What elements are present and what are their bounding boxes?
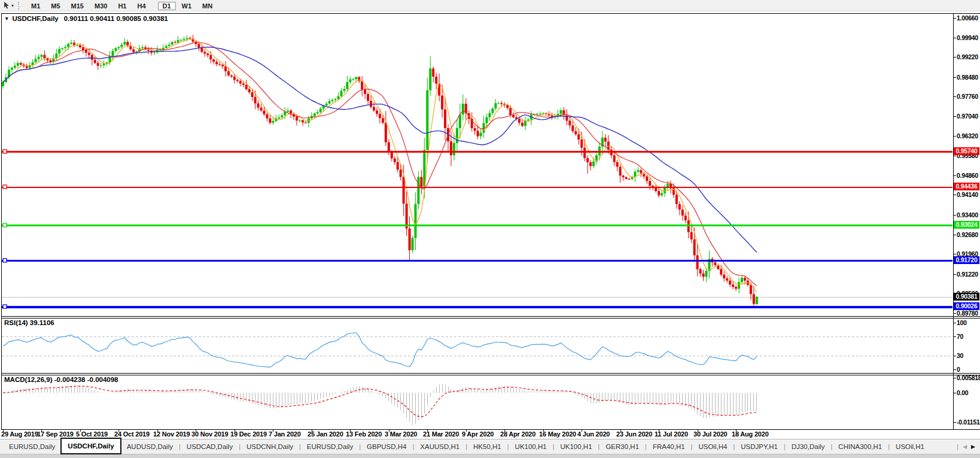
tab-scroll-left-icon[interactable]: ◀ xyxy=(963,444,967,450)
tab-scroll-controls: | ◀ ▶ xyxy=(957,443,980,450)
rsi-indicator-label: RSI(14) 39.1106 xyxy=(4,319,54,326)
toolbar-grip[interactable] xyxy=(18,2,22,10)
tab-scroll-right-icon[interactable]: ▶ xyxy=(971,444,975,450)
chart-canvas[interactable] xyxy=(0,0,980,439)
tab-separator: | xyxy=(465,443,467,450)
timeframe-button-MN[interactable]: MN xyxy=(197,2,217,10)
tab-separator: | xyxy=(784,443,786,450)
chart-tab-USDCHF-Daily[interactable]: USDCHF,Daily xyxy=(60,438,121,454)
tab-separator: | xyxy=(507,443,509,450)
chart-tab-UK100-H1[interactable]: UK100,H1 xyxy=(510,439,552,454)
tab-separator: | xyxy=(645,443,647,450)
chart-symbol-period: USDCHF,Daily xyxy=(12,15,58,22)
chart-tab-GBPUSD-H4[interactable]: GBPUSD,H4 xyxy=(361,439,412,454)
chart-tab-USOil-H1[interactable]: USOil,H1 xyxy=(890,439,930,454)
tab-separator: | xyxy=(239,443,241,450)
tab-scroll-separator: | xyxy=(957,443,958,450)
timeframe-button-D1[interactable]: D1 xyxy=(158,2,176,10)
timeframe-button-W1[interactable]: W1 xyxy=(177,2,197,10)
pointer-tool-dropdown-icon[interactable]: ▾ xyxy=(11,3,14,8)
chart-tab-CHINA300-H1[interactable]: CHINA300,H1 xyxy=(833,439,887,454)
chart-tab-FRA40-H1[interactable]: FRA40,H1 xyxy=(647,439,690,454)
timeframe-button-M30[interactable]: M30 xyxy=(90,2,112,10)
tab-separator: | xyxy=(299,443,301,450)
chart-tab-USOil-H4[interactable]: USOil,H4 xyxy=(693,439,732,454)
tab-separator: | xyxy=(179,443,181,450)
tab-separator: | xyxy=(359,443,361,450)
timeframe-button-H1[interactable]: H1 xyxy=(113,2,131,10)
pointer-tool-icon[interactable] xyxy=(2,1,11,10)
chart-tab-HK50-H1[interactable]: HK50,H1 xyxy=(468,439,507,454)
chart-title: ▼USDCHF,Daily0.90111 0.90411 0.90085 0.9… xyxy=(4,15,168,22)
chart-menu-icon[interactable]: ▼ xyxy=(4,16,9,22)
chart-tab-UK100-H1[interactable]: UK100,H1 xyxy=(555,439,598,454)
chart-tab-AUDUSD-Daily[interactable]: AUDUSD,Daily xyxy=(121,439,178,454)
chart-tab-USDCNH-Daily[interactable]: USDCNH,Daily xyxy=(241,439,299,454)
tab-separator: | xyxy=(413,443,415,450)
toolbar: ▾ M1M5M15M30H1H4D1W1MN xyxy=(0,0,980,11)
chart-tab-EURUSD-Daily[interactable]: EURUSD,Daily xyxy=(302,439,358,454)
timeframe-button-M5[interactable]: M5 xyxy=(46,2,65,10)
mt4-window: ▾ M1M5M15M30H1H4D1W1MN ▼USDCHF,Daily0.90… xyxy=(0,0,980,458)
timeframe-button-M15[interactable]: M15 xyxy=(66,2,89,10)
tab-separator: | xyxy=(888,443,890,450)
chart-tab-DJ30-Daily[interactable]: DJ30,Daily xyxy=(786,439,830,454)
tab-separator: | xyxy=(553,443,555,450)
timeframe-button-M1[interactable]: M1 xyxy=(26,2,45,10)
macd-indicator-label: MACD(12,26,9) -0.004238 -0.004098 xyxy=(4,376,118,383)
tab-separator: | xyxy=(831,443,833,450)
chart-tab-USDCAD-Daily[interactable]: USDCAD,Daily xyxy=(181,439,238,454)
tab-separator: | xyxy=(598,443,600,450)
bottom-strip xyxy=(0,454,980,458)
chart-tab-bar: EURUSD,DailyUSDCHF,DailyAUDUSD,Daily|USD… xyxy=(0,439,980,454)
chart-tab-EURUSD-Daily[interactable]: EURUSD,Daily xyxy=(4,439,60,454)
chart-tabs: EURUSD,DailyUSDCHF,DailyAUDUSD,Daily|USD… xyxy=(0,439,930,454)
pointer-cursor-icon xyxy=(3,1,11,10)
chart-ohlc-values: 0.90111 0.90411 0.90085 0.90381 xyxy=(64,15,168,22)
chart-tab-USDJPY-H1[interactable]: USDJPY,H1 xyxy=(735,439,783,454)
chart-tab-GER30-H1[interactable]: GER30,H1 xyxy=(600,439,644,454)
chart-tab-XAUUSD-H1[interactable]: XAUUSD,H1 xyxy=(415,439,465,454)
timeframe-buttons: M1M5M15M30H1H4D1W1MN xyxy=(26,0,224,11)
tab-separator: | xyxy=(691,443,693,450)
tab-separator: | xyxy=(733,443,735,450)
timeframe-button-H4[interactable]: H4 xyxy=(132,2,150,10)
